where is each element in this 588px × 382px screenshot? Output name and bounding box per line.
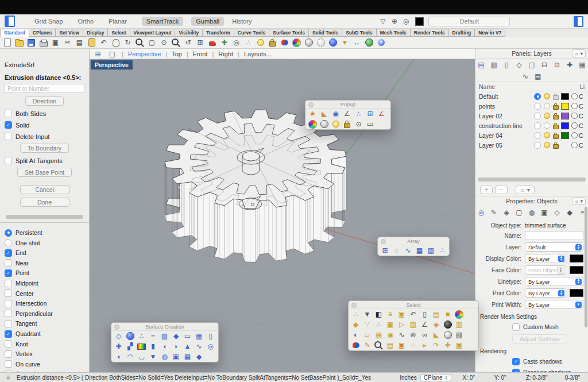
props-box-icon[interactable]: ◇ [552,208,562,217]
toggle-history[interactable]: History [232,18,252,25]
select-hook-icon[interactable]: ↷ [431,341,441,350]
layer-material-icon[interactable] [571,132,578,138]
select-by-linetype-icon[interactable]: ≡ [385,310,395,319]
current-layer-radio[interactable] [534,122,541,129]
props-photo-icon[interactable]: ▣ [540,208,550,217]
layer-material-icon[interactable] [571,113,578,119]
print-color-color-swatch[interactable] [570,289,583,297]
fillet-surface-1-icon[interactable]: ◠ [125,352,135,361]
patch-icon[interactable]: ✚ [114,342,123,351]
tab-standard[interactable]: Standard [0,29,29,37]
copy-icon[interactable]: ▤ [75,38,84,47]
panel-layers-icon[interactable]: ▤ [477,60,486,70]
layer-color-swatch[interactable] [561,122,569,129]
select-mesh-icon[interactable]: ◆ [351,320,361,329]
current-layer-radio[interactable] [534,93,541,100]
zoom-window-icon[interactable]: ▢ [147,38,157,47]
plane-cplane-icon[interactable]: ▧ [160,331,169,341]
layer-gear-menu[interactable]: ☼ ▾ [516,186,535,194]
panel-file-icon[interactable]: ▯ [502,60,512,70]
close-icon[interactable] [381,239,386,244]
plane-through-points-icon[interactable]: ▣ [171,352,181,361]
tab-drafting[interactable]: Drafting [449,29,475,37]
toggle-gumball[interactable]: Gumball [191,17,224,26]
blend-surface-icon[interactable]: ◖ [114,352,123,361]
rect-plane-icon[interactable]: ▭ [183,331,192,341]
shaded-sphere-icon[interactable] [319,119,329,129]
lamp-icon[interactable] [331,119,341,129]
help-icon[interactable]: ? [376,38,386,47]
delete-input-checkbox[interactable] [5,133,12,140]
zoom-icon[interactable] [135,38,145,47]
osnap-intersection-checkbox[interactable] [5,300,12,307]
color-wheel-icon[interactable] [308,119,318,129]
properties-scrollbar[interactable] [585,207,587,327]
default-dropdown[interactable]: Default [428,17,510,26]
layer-row-layer-04[interactable]: Layer 04C [475,130,588,140]
loft-icon[interactable]: ◗ [171,342,181,351]
lock-objects-icon[interactable] [268,38,277,47]
layer-material-icon[interactable] [571,93,578,99]
select-rings-icon[interactable]: ⊚ [408,330,418,339]
solid-checkbox[interactable]: ✓ [5,121,12,129]
current-layer-radio[interactable] [534,103,541,110]
tab-render-tools[interactable]: Render Tools [411,29,449,37]
layer-color-swatch[interactable] [415,17,424,26]
srf-corner-points-icon[interactable]: ◇ [114,331,123,341]
close-icon[interactable] [114,325,119,330]
shaded-mode-icon[interactable] [304,38,314,47]
select-grid-icon[interactable]: ▦ [374,330,384,339]
sphere-icon[interactable] [125,331,135,341]
layer-color-swatch[interactable] [562,142,568,148]
select-pairs-icon[interactable]: ▣ [385,320,395,329]
rotate-view-icon[interactable]: ↻ [123,38,133,47]
select-group-icon[interactable]: ◈ [431,320,441,329]
props-object-icon[interactable]: ◎ [477,208,486,217]
save-file-icon[interactable] [26,38,36,47]
select-point-grid-icon[interactable]: ∴ [374,320,384,329]
zoom-selected-icon[interactable]: ⊙ [159,38,169,47]
layer-lock-icon[interactable] [553,144,559,149]
select-shaded-icon[interactable] [443,330,452,339]
toggle-smarttrack[interactable]: SmartTrack [142,17,183,26]
undo-icon[interactable]: ↶ [99,38,109,47]
move-icon[interactable] [207,38,217,47]
array-along-curve-icon[interactable]: ∿ [403,246,413,255]
new-file-icon[interactable] [2,38,12,47]
layer-color-swatch[interactable] [561,132,569,139]
copy-file-icon[interactable]: ▣ [51,38,60,47]
sweep-1-icon[interactable]: ◆ [171,331,181,341]
current-layer-radio[interactable] [534,142,541,149]
viewport-tab-perspective[interactable]: Perspective [128,51,161,57]
osnap-near-checkbox[interactable] [5,259,12,267]
panel-calc-icon[interactable]: ∿ [521,72,531,81]
surface-blob-icon[interactable]: ◆ [194,352,204,361]
tab-select[interactable]: Select [108,29,130,37]
face-color-color-swatch[interactable] [570,266,583,274]
current-layer-radio[interactable] [534,113,541,119]
dimension-icon[interactable]: ↔ [352,38,362,47]
revolve-cone-icon[interactable]: ▲ [183,342,192,351]
rhino-app-icon[interactable] [5,16,15,27]
osnap-knot-checkbox[interactable] [5,340,12,348]
select-hatch-icon[interactable]: ▨ [408,320,418,329]
select-fence-icon[interactable]: ▤ [385,341,395,350]
command-line[interactable]: Extrusion distance <0.5> ( Direction Bot… [17,375,396,381]
zoom-selected-icon[interactable]: ⊙ [354,119,363,129]
panel-display-icon[interactable]: ▥ [489,60,499,70]
array-icon[interactable]: ⊞ [365,109,375,118]
tab-set-view[interactable]: Set View [56,29,83,37]
tab-subd-tools[interactable]: SubD Tools [342,29,377,37]
joint-icon[interactable]: ∠ [342,109,352,118]
props-displacement-icon[interactable]: ◍ [527,208,537,217]
tab-mesh-tools[interactable]: Mesh Tools [377,29,411,37]
control-points-icon[interactable]: ∴ [243,38,253,47]
tab-cplanes[interactable]: CPlanes [29,29,56,37]
ghosted-mode-icon[interactable] [316,38,326,47]
tab-viewport-layout[interactable]: Viewport Layout [130,29,176,37]
cplane-dropdown[interactable]: CPlane▲▼ [420,374,451,381]
select-wedge-icon[interactable]: ◣ [431,330,441,339]
edit-points-icon[interactable]: ∴ [354,109,363,118]
undo-view-icon[interactable]: ↺ [183,38,193,47]
select-by-color-icon[interactable] [454,310,464,319]
